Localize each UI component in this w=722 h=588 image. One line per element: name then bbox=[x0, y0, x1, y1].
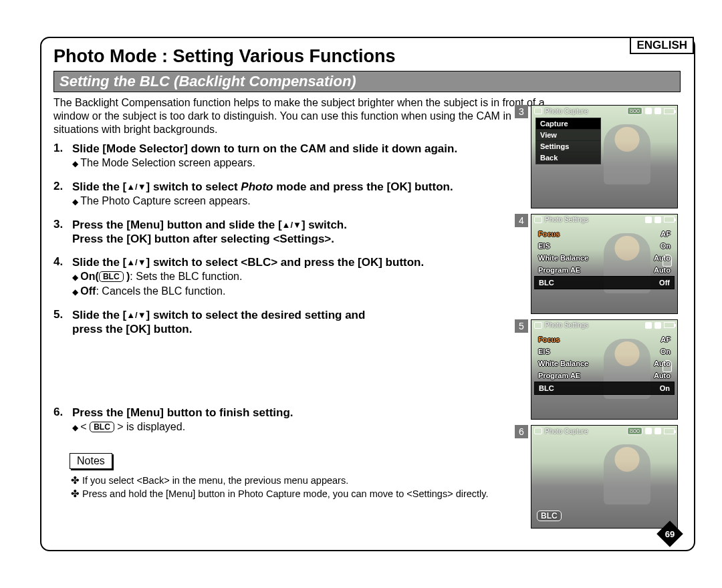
screen-photo-settings-blc-on: Photo Settings FocusAFEISOnWhite Balance… bbox=[531, 319, 678, 420]
settings-list: FocusAFEISOnWhite BalanceAutoProgram AEA… bbox=[534, 228, 675, 289]
photo-subject bbox=[604, 444, 650, 504]
settings-value: AF bbox=[660, 335, 671, 343]
steps-list-cont: 6. Press the [Menu] button to finish set… bbox=[53, 406, 535, 434]
menu-item-capture[interactable]: Capture bbox=[536, 118, 600, 130]
step-3: 3. Press the [Menu] button and slide the… bbox=[53, 218, 535, 247]
settings-list: FocusAFEISOnWhite BalanceAutoProgram AEA… bbox=[534, 333, 675, 395]
capture-menu: Capture View Settings Back bbox=[535, 118, 601, 164]
screenshot-column: 3 Photo Capture 800 Capture View Setting… bbox=[515, 105, 678, 534]
notes-label: Notes bbox=[70, 453, 112, 469]
settings-row[interactable]: White BalanceAuto bbox=[534, 252, 675, 264]
status-icon bbox=[645, 108, 652, 114]
settings-key: EIS bbox=[538, 242, 550, 250]
battery-icon bbox=[664, 322, 675, 328]
updown-icon: ▲/▼ bbox=[126, 310, 146, 320]
status-bar: Photo Settings bbox=[531, 320, 677, 330]
step-number: 2. bbox=[53, 180, 72, 193]
settings-row[interactable]: FocusAF bbox=[534, 228, 675, 240]
settings-key: Focus bbox=[538, 230, 560, 238]
step-main-2: Press the [OK] button after selecting <S… bbox=[72, 232, 535, 246]
step-number: 4. bbox=[53, 255, 72, 269]
settings-key: White Balance bbox=[538, 359, 588, 368]
step-sub: The Photo Capture screen appears. bbox=[72, 194, 535, 208]
status-bar: Photo Capture 800 bbox=[531, 426, 677, 436]
page-number-badge: 69 bbox=[660, 525, 679, 543]
settings-key: Program AE bbox=[538, 266, 580, 274]
settings-value: On bbox=[660, 384, 670, 392]
battery-icon bbox=[664, 108, 675, 114]
step-sub: The Mode Selection screen appears. bbox=[72, 156, 535, 170]
settings-value: Off bbox=[659, 279, 670, 287]
camera-icon bbox=[534, 216, 542, 223]
settings-key: EIS bbox=[538, 347, 550, 355]
screenshot-4: 4 Photo Settings FocusAFEISOnWhite Balan… bbox=[515, 214, 678, 314]
screenshot-6: 6 Photo Capture 800 BLC bbox=[515, 425, 678, 529]
notes-list: If you select <Back> in the menu, the pr… bbox=[71, 474, 552, 500]
settings-row[interactable]: EISOn bbox=[534, 345, 675, 357]
settings-row[interactable]: Program AEAuto bbox=[534, 264, 675, 276]
screen-title: Photo Capture bbox=[545, 428, 624, 435]
section-bar: Setting the BLC (Backlight Compensation) bbox=[53, 71, 681, 92]
step-number: 1. bbox=[53, 142, 72, 155]
step-main: Slide the [▲/▼] switch to select <BLC> a… bbox=[72, 255, 535, 269]
step-sub-on: On(BLC ): Sets the BLC function. bbox=[72, 269, 535, 284]
status-icon bbox=[645, 428, 652, 434]
step-main-2: press the [OK] button. bbox=[72, 322, 535, 336]
eis-hand-icon bbox=[663, 255, 672, 267]
note-item: If you select <Back> in the menu, the pr… bbox=[71, 474, 552, 488]
screenshot-number: 4 bbox=[515, 214, 528, 227]
steps-list: 1. Slide [Mode Selector] down to turn on… bbox=[53, 142, 535, 336]
screenshot-3: 3 Photo Capture 800 Capture View Setting… bbox=[515, 105, 678, 208]
settings-value: Auto bbox=[654, 266, 671, 274]
language-tag: ENGLISH bbox=[630, 37, 694, 54]
status-icon bbox=[654, 108, 661, 114]
status-icon bbox=[654, 216, 661, 223]
settings-value: On bbox=[660, 347, 671, 355]
settings-row[interactable]: FocusAF bbox=[534, 333, 675, 345]
settings-row[interactable]: EISOn bbox=[534, 240, 675, 252]
settings-row[interactable]: BLCOff bbox=[534, 276, 675, 289]
status-icon bbox=[654, 428, 661, 434]
step-number: 5. bbox=[53, 308, 72, 321]
screenshot-number: 5 bbox=[515, 319, 528, 333]
page-number: 69 bbox=[660, 525, 679, 543]
resolution-badge: 800 bbox=[627, 107, 642, 115]
settings-value: Auto bbox=[654, 372, 671, 380]
step-sub: < BLC > is displayed. bbox=[72, 420, 535, 434]
camera-icon bbox=[534, 428, 542, 434]
menu-item-settings[interactable]: Settings bbox=[536, 141, 600, 152]
step-main: Slide [Mode Selector] down to turn on th… bbox=[72, 142, 535, 156]
blc-icon: BLC bbox=[90, 422, 114, 432]
step-number: 3. bbox=[53, 218, 72, 231]
settings-key: Focus bbox=[538, 335, 560, 343]
updown-icon: ▲/▼ bbox=[126, 182, 146, 192]
screen-title: Photo Settings bbox=[545, 321, 642, 329]
blc-overlay-icon: BLC bbox=[537, 510, 562, 521]
page-frame: Photo Mode : Setting Various Functions S… bbox=[40, 37, 695, 551]
section-title: Setting the BLC (Backlight Compensation) bbox=[59, 73, 675, 90]
step-1: 1. Slide [Mode Selector] down to turn on… bbox=[53, 142, 535, 170]
screen-photo-capture-menu: Photo Capture 800 Capture View Settings … bbox=[531, 105, 678, 208]
battery-icon bbox=[664, 216, 675, 223]
step-2: 2. Slide the [▲/▼] switch to select Phot… bbox=[53, 180, 535, 208]
note-item: Press and hold the [Menu] button in Phot… bbox=[71, 488, 552, 501]
step-number: 6. bbox=[53, 406, 72, 419]
photo-subject bbox=[604, 124, 650, 184]
status-icon bbox=[645, 216, 652, 223]
settings-row[interactable]: Program AEAuto bbox=[534, 370, 675, 382]
settings-value: AF bbox=[660, 230, 671, 238]
status-bar: Photo Capture 800 bbox=[531, 106, 677, 116]
camera-icon bbox=[534, 108, 542, 114]
settings-value: On bbox=[660, 242, 671, 250]
status-icon bbox=[654, 322, 661, 329]
settings-row[interactable]: White BalanceAuto bbox=[534, 357, 675, 370]
updown-icon: ▲/▼ bbox=[126, 257, 146, 267]
menu-item-back[interactable]: Back bbox=[536, 152, 600, 164]
step-5: 5. Slide the [▲/▼] switch to select the … bbox=[53, 308, 535, 337]
camera-icon bbox=[534, 322, 542, 329]
settings-key: BLC bbox=[539, 384, 554, 392]
battery-icon bbox=[664, 428, 675, 434]
settings-row[interactable]: BLCOn bbox=[534, 382, 675, 395]
menu-item-view[interactable]: View bbox=[536, 130, 600, 141]
updown-icon: ▲/▼ bbox=[282, 220, 302, 230]
